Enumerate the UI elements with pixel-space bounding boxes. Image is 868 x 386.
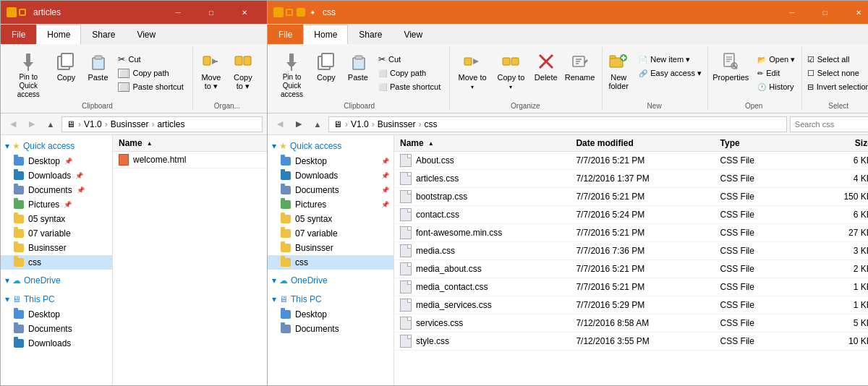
- left-thispc-desktop[interactable]: Desktop: [1, 307, 112, 322]
- left-sidebar-05syntax[interactable]: 05 syntax: [1, 212, 112, 226]
- right-file-row[interactable]: media_contact.css 7/7/2016 5:21 PM CSS F…: [394, 278, 868, 296]
- left-paste-large-btn[interactable]: Paste: [83, 50, 112, 83]
- right-sidebar-downloads[interactable]: Downloads 📌: [268, 168, 393, 183]
- left-copyto-btn[interactable]: Copyto ▾: [229, 50, 258, 93]
- left-moveto-btn[interactable]: Moveto ▾: [197, 50, 226, 93]
- right-copypath-btn[interactable]: ⬜ Copy path: [375, 67, 443, 80]
- right-cut-btn[interactable]: ✂ Cut: [375, 53, 443, 66]
- right-copy-large-btn[interactable]: Copy: [312, 50, 341, 83]
- right-newfolder-btn[interactable]: Newfolder: [604, 50, 633, 92]
- right-sidebar-css[interactable]: css: [268, 255, 393, 270]
- left-onedrive-header[interactable]: ▾ ☁ OneDrive: [1, 273, 112, 288]
- right-sidebar-desktop[interactable]: Desktop 📌: [268, 154, 393, 168]
- left-forward-btn[interactable]: ▶: [24, 116, 40, 132]
- right-sidebar-businsser[interactable]: Businsser: [268, 241, 393, 255]
- left-thispc-downloads[interactable]: Downloads: [1, 336, 112, 351]
- right-thispc-header[interactable]: ▾ 🖥 This PC: [268, 291, 393, 307]
- left-sidebar-07variable[interactable]: 07 variable: [1, 226, 112, 241]
- right-col-date-header[interactable]: Date modified: [576, 138, 720, 148]
- left-sidebar: ▾ ★ Quick access Desktop 📌 Downloads 📌 D…: [1, 135, 113, 385]
- left-sidebar-pictures[interactable]: Pictures 📌: [1, 197, 112, 212]
- right-history-btn[interactable]: 🕐 History: [754, 80, 798, 93]
- right-copyto-btn[interactable]: Copy to ▾: [493, 50, 529, 92]
- left-maximize-btn[interactable]: □: [195, 1, 228, 24]
- left-sidebar-documents[interactable]: Documents 📌: [1, 183, 112, 197]
- left-main-content: Name ▲ welcome.html: [113, 135, 267, 385]
- right-file-row[interactable]: style.css 7/12/2016 3:55 PM CSS File 10 …: [394, 333, 868, 351]
- right-search-input[interactable]: [790, 116, 868, 132]
- left-sidebar-businsser[interactable]: Businsser: [1, 241, 112, 255]
- left-close-btn[interactable]: ✕: [228, 1, 261, 24]
- left-quickaccess-header[interactable]: ▾ ★ Quick access: [1, 138, 112, 154]
- left-pasteshortcut-btn[interactable]: ⬜ Paste shortcut: [115, 80, 186, 93]
- left-back-btn[interactable]: ◀: [5, 116, 21, 132]
- left-thispc-documents[interactable]: Documents: [1, 322, 112, 336]
- left-tab-file[interactable]: File: [1, 25, 36, 45]
- right-tab-file[interactable]: File: [268, 25, 303, 45]
- right-path-businsser: Businsser: [378, 119, 416, 129]
- left-path-display[interactable]: 🖥 › V1.0 › Businsser › articles: [61, 116, 263, 132]
- right-selectall-btn[interactable]: ☑ Select all: [804, 53, 868, 66]
- right-close-btn[interactable]: ✕: [842, 1, 868, 24]
- right-sidebar-documents[interactable]: Documents 📌: [268, 183, 393, 197]
- right-thispc-desktop[interactable]: Desktop: [268, 307, 393, 322]
- left-tab-view[interactable]: View: [126, 25, 166, 45]
- left-thispc-header[interactable]: ▾ 🖥 This PC: [1, 291, 112, 307]
- right-col-name-header[interactable]: Name ▲: [400, 138, 576, 148]
- left-up-btn[interactable]: ▲: [43, 116, 59, 132]
- right-file-row[interactable]: media.css 7/7/2016 7:36 PM CSS File 3 KB: [394, 242, 868, 260]
- left-file-row-welcome[interactable]: welcome.html: [113, 152, 267, 168]
- right-sidebar-pictures[interactable]: Pictures 📌: [268, 197, 393, 212]
- right-col-type-header[interactable]: Type: [720, 138, 817, 148]
- right-tab-home[interactable]: Home: [303, 25, 348, 45]
- left-tab-home[interactable]: Home: [36, 25, 81, 45]
- right-file-row[interactable]: media_about.css 7/7/2016 5:21 PM CSS Fil…: [394, 260, 868, 278]
- right-file-row[interactable]: articles.css 7/12/2016 1:37 PM CSS File …: [394, 170, 868, 188]
- left-pin-btn[interactable]: Pin to Quickaccess: [8, 50, 48, 100]
- left-sidebar-downloads[interactable]: Downloads 📌: [1, 168, 112, 183]
- right-easyaccess-btn[interactable]: 🔗 Easy access ▾: [636, 67, 705, 80]
- left-tab-share[interactable]: Share: [81, 25, 126, 45]
- right-moveto-btn[interactable]: Move to ▾: [454, 50, 490, 92]
- right-tab-view[interactable]: View: [393, 25, 433, 45]
- left-clipboard-content: Pin to Quickaccess Copy: [8, 47, 187, 100]
- right-rename-btn[interactable]: Rename: [563, 50, 597, 83]
- right-minimize-btn[interactable]: ─: [775, 1, 809, 24]
- right-path-display[interactable]: 🖥 › V1.0 › Businsser › css: [328, 116, 787, 132]
- left-cut-btn[interactable]: ✂ Cut: [115, 53, 186, 66]
- right-edit-btn[interactable]: ✏ Edit: [754, 67, 798, 80]
- right-file-row[interactable]: media_services.css 7/7/2016 5:29 PM CSS …: [394, 296, 868, 314]
- left-minimize-btn[interactable]: ─: [161, 1, 195, 24]
- left-sidebar-desktop[interactable]: Desktop 📌: [1, 154, 112, 168]
- right-sidebar-05syntax[interactable]: 05 syntax: [268, 212, 393, 226]
- right-paste-large-btn[interactable]: Paste: [344, 50, 373, 83]
- right-newitem-btn[interactable]: 📄 New item ▾: [636, 53, 705, 66]
- right-thispc-documents[interactable]: Documents: [268, 322, 393, 336]
- right-file-row[interactable]: font-awesome.min.css 7/7/2016 5:21 PM CS…: [394, 224, 868, 242]
- right-back-btn[interactable]: ◀: [272, 116, 288, 132]
- left-copypath-btn[interactable]: ⬜ Copy path: [115, 67, 186, 80]
- right-tab-share[interactable]: Share: [348, 25, 393, 45]
- right-clipboard-label: Clipboard: [344, 100, 375, 110]
- right-sidebar-07variable[interactable]: 07 variable: [268, 226, 393, 241]
- left-copy-large-btn[interactable]: Copy: [51, 50, 80, 83]
- right-col-size-header[interactable]: Size: [816, 138, 868, 148]
- right-file-row[interactable]: contact.css 7/7/2016 5:24 PM CSS File 6 …: [394, 206, 868, 224]
- right-file-row[interactable]: About.css 7/7/2016 5:21 PM CSS File 6 KB: [394, 152, 868, 170]
- right-up-btn[interactable]: ▲: [310, 116, 326, 132]
- right-selectnone-btn[interactable]: ☐ Select none: [804, 67, 868, 80]
- right-invertselection-btn[interactable]: ⊟ Invert selection: [804, 80, 868, 93]
- right-properties-btn[interactable]: Properties: [710, 50, 752, 83]
- right-file-row[interactable]: bootstrap.css 7/7/2016 5:21 PM CSS File …: [394, 188, 868, 206]
- right-file-row[interactable]: services.css 7/12/2016 8:58 AM CSS File …: [394, 314, 868, 333]
- right-quickaccess-header[interactable]: ▾ ★ Quick access: [268, 138, 393, 154]
- right-maximize-btn[interactable]: □: [809, 1, 842, 24]
- right-pasteshortcut-btn[interactable]: ⬜ Paste shortcut: [375, 80, 443, 93]
- right-open-btn[interactable]: 📂 Open ▾: [754, 53, 798, 66]
- left-sidebar-css[interactable]: css: [1, 255, 112, 270]
- right-forward-btn[interactable]: ▶: [291, 116, 307, 132]
- right-copy-large-icon: [316, 51, 336, 72]
- right-delete-btn[interactable]: Delete: [532, 50, 561, 83]
- right-pin-btn[interactable]: Pin to Quickaccess: [275, 50, 309, 100]
- right-onedrive-header[interactable]: ▾ ☁ OneDrive: [268, 273, 393, 288]
